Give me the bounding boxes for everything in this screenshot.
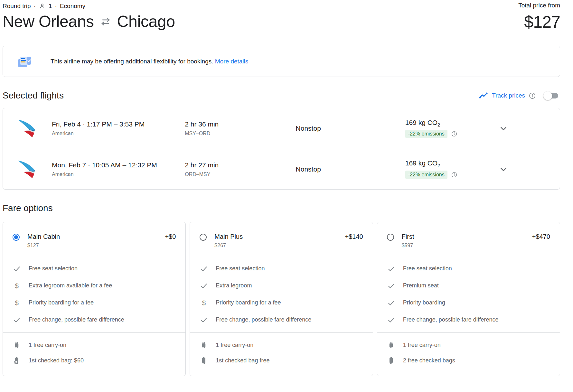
fare-radio-main-cabin[interactable] <box>13 234 20 241</box>
flight-route: ORD–MSY <box>185 172 296 177</box>
total-price-label: Total price from <box>518 2 560 9</box>
swap-arrows-icon <box>100 17 111 26</box>
flight-row-outbound[interactable]: Fri, Feb 4 · 1:17 PM – 3:53 PM American … <box>3 108 560 149</box>
check-icon <box>387 299 395 307</box>
flight-datetime: Mon, Feb 7 · 10:05 AM – 12:32 PM <box>52 161 185 169</box>
flight-datetime: Fri, Feb 4 · 1:17 PM – 3:53 PM <box>52 120 185 128</box>
passenger-count: 1 <box>49 3 52 10</box>
checked-bag-icon <box>387 357 395 364</box>
fare-name: Main Plus <box>214 233 243 240</box>
separator-dot: · <box>55 3 57 10</box>
check-icon <box>387 265 395 273</box>
banner-message: This airline may be offering additional … <box>51 58 213 65</box>
fare-options-heading: Fare options <box>3 203 53 213</box>
emissions-badge: -22% emissions <box>405 130 447 138</box>
flight-stops: Nonstop <box>296 125 391 132</box>
check-icon <box>200 265 208 273</box>
fare-feature: Free seat selection <box>13 260 176 277</box>
chevron-down-icon <box>499 124 508 133</box>
fare-name: First <box>402 233 414 240</box>
fare-name: Main Cabin <box>27 233 60 240</box>
check-icon <box>200 316 208 324</box>
total-price-value: $127 <box>518 12 560 32</box>
fare-feature: $Priority boarding for a fee <box>200 294 363 311</box>
selected-flights-heading: Selected flights <box>3 90 64 101</box>
fare-price: $597 <box>402 243 414 248</box>
fare-price-delta: +$470 <box>532 233 550 240</box>
price-chart-icon <box>479 92 488 99</box>
flexibility-banner: This airline may be offering additional … <box>3 46 560 77</box>
selected-flights-header: Selected flights Track prices <box>3 90 560 101</box>
baggage-row: 1 free carry-on <box>13 337 176 353</box>
track-prices-area: Track prices <box>479 92 560 99</box>
fare-feature: Premium seat <box>387 277 550 294</box>
fare-feature: $Extra legroom available for a fee <box>13 277 176 294</box>
fare-feature: Free seat selection <box>387 260 550 277</box>
passenger-icon <box>39 3 46 10</box>
expand-flight-button[interactable] <box>499 164 508 174</box>
fare-feature: Priority boarding <box>387 294 550 311</box>
american-airlines-logo-icon <box>16 159 40 179</box>
trip-type-label: Round trip <box>3 3 31 10</box>
fare-card-first[interactable]: First $597 +$470 Free seat selection Pre… <box>377 222 560 376</box>
fare-radio-first[interactable] <box>387 234 394 241</box>
baggage-row: 2 free checked bags <box>387 353 550 368</box>
destination-city: Chicago <box>117 12 175 31</box>
fare-options-header: Fare options <box>3 203 560 213</box>
emissions-badge: -22% emissions <box>405 171 447 179</box>
flight-duration: 2 hr 27 min <box>185 161 296 169</box>
co2-amount: 169 kg CO2 <box>405 119 499 127</box>
fare-price: $267 <box>214 243 243 248</box>
fare-options-row: Main Cabin $127 +$0 Free seat selection … <box>3 222 560 376</box>
american-airlines-logo-icon <box>16 118 40 138</box>
flight-row-return[interactable]: Mon, Feb 7 · 10:05 AM – 12:32 PM America… <box>3 149 560 189</box>
carry-on-bag-icon <box>387 341 395 349</box>
page-header: Round trip · 1 · Economy New Orleans Chi… <box>3 0 560 31</box>
flight-route: MSY–ORD <box>185 131 296 136</box>
carry-on-bag-icon <box>13 341 21 349</box>
fare-card-main-plus[interactable]: Main Plus $267 +$140 Free seat selection… <box>190 222 373 376</box>
total-price-block: Total price from $127 <box>518 2 560 32</box>
separator-dot: · <box>34 3 36 10</box>
more-details-link[interactable]: More details <box>215 58 249 65</box>
fare-price: $127 <box>27 243 60 248</box>
track-prices-button[interactable]: Track prices <box>479 92 525 99</box>
dollar-icon: $ <box>13 299 21 307</box>
check-icon <box>387 282 395 290</box>
flexible-booking-ticket-icon <box>16 53 33 70</box>
flight-duration: 2 hr 36 min <box>185 120 296 128</box>
fare-price-delta: +$140 <box>345 233 363 240</box>
fare-feature: Free seat selection <box>200 260 363 277</box>
fare-feature: $Priority boarding for a fee <box>13 294 176 311</box>
cabin-class-label: Economy <box>60 3 85 10</box>
fare-feature: Free change, possible fare difference <box>200 311 363 328</box>
origin-city: New Orleans <box>3 12 94 31</box>
baggage-row: 1st checked bag: $60 <box>13 353 176 368</box>
check-icon <box>13 316 21 324</box>
fare-card-main-cabin[interactable]: Main Cabin $127 +$0 Free seat selection … <box>3 222 186 376</box>
baggage-row: 1st checked bag free <box>200 353 363 368</box>
fare-feature: Free change, possible fare difference <box>387 311 550 328</box>
page-title: New Orleans Chicago <box>3 12 560 31</box>
flight-booking-page: Round trip · 1 · Economy New Orleans Chi… <box>3 0 560 376</box>
dollar-icon: $ <box>13 282 21 290</box>
track-prices-toggle[interactable] <box>545 93 558 98</box>
fare-price-delta: +$0 <box>165 233 176 240</box>
selected-flights-list: Fri, Feb 4 · 1:17 PM – 3:53 PM American … <box>3 108 560 190</box>
checked-bag-icon <box>200 357 208 364</box>
emissions-info-icon[interactable] <box>451 131 457 137</box>
checked-bag-add-icon <box>13 357 21 364</box>
airline-name: American <box>52 172 185 177</box>
fare-radio-main-plus[interactable] <box>200 234 207 241</box>
expand-flight-button[interactable] <box>499 124 508 133</box>
fare-feature: Extra legroom <box>200 277 363 294</box>
carry-on-bag-icon <box>200 341 208 349</box>
check-icon <box>387 316 395 324</box>
emissions-info-icon[interactable] <box>451 172 457 178</box>
trip-meta: Round trip · 1 · Economy <box>3 3 560 10</box>
flight-stops: Nonstop <box>296 165 391 173</box>
baggage-row: 1 free carry-on <box>200 337 363 353</box>
co2-amount: 169 kg CO2 <box>405 159 499 168</box>
fare-feature: Free change, possible fare difference <box>13 311 176 328</box>
track-prices-info-icon[interactable] <box>529 92 536 99</box>
